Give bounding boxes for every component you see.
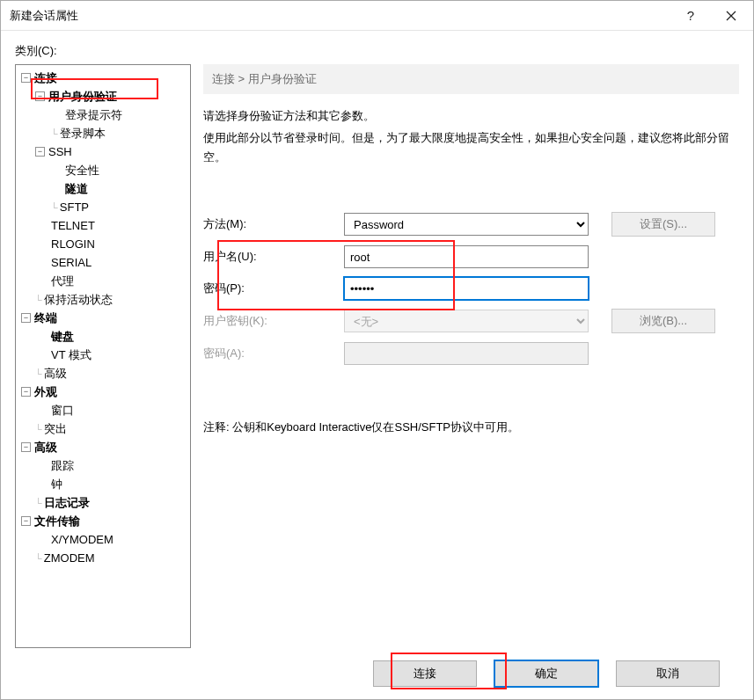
category-label: 类別(C): [15,43,739,59]
tree-keyboard[interactable]: 键盘 [51,329,74,345]
username-label: 用户名(U): [203,249,344,265]
minus-icon[interactable]: − [35,147,45,157]
tree-highlight[interactable]: 突出 [44,421,67,437]
tree-xymodem[interactable]: X/YMODEM [51,533,113,546]
tree-serial[interactable]: SERIAL [51,256,92,269]
method-label: 方法(M): [203,216,344,232]
tree-tunnel[interactable]: 隧道 [65,181,88,197]
tree-proxy[interactable]: 代理 [51,273,74,289]
tree-logging[interactable]: 日志记录 [44,495,90,511]
intro-line1: 请选择身份验证方法和其它参数。 [203,106,739,125]
userkey-select: <无> [344,310,589,332]
tree-terminal[interactable]: 终端 [34,310,57,326]
passphrase-input [344,342,589,365]
minus-icon[interactable]: − [35,91,45,101]
tree-security[interactable]: 安全性 [65,163,99,179]
tree-ssh[interactable]: SSH [48,145,72,158]
tree-term-adv[interactable]: 高级 [44,366,67,382]
minus-icon[interactable]: − [21,516,31,526]
minus-icon[interactable]: − [21,73,31,83]
tree-login-script[interactable]: 登录脚本 [60,126,106,142]
password-input[interactable] [344,277,589,300]
close-button[interactable] [711,3,751,29]
close-icon [726,11,736,21]
tree-rlogin[interactable]: RLOGIN [51,237,95,251]
method-select[interactable]: Password [344,213,589,236]
intro-line2: 使用此部分以节省登录时间。但是，为了最大限度地提高安全性，如果担心安全问题，建议… [203,128,739,166]
note-text: 注释: 公钥和Keyboard Interactive仅在SSH/SFTP协议中… [203,419,739,435]
tree-telnet[interactable]: TELNET [51,219,95,232]
breadcrumb: 连接 > 用户身份验证 [203,64,739,94]
connect-button[interactable]: 连接 [373,660,477,687]
tree-appearance[interactable]: 外观 [34,384,57,400]
username-input[interactable] [344,245,589,268]
tree-sftp[interactable]: SFTP [60,201,89,214]
tree-bell[interactable]: 钟 [51,477,62,492]
minus-icon[interactable]: − [21,442,31,452]
tree-file-transfer[interactable]: 文件传输 [34,514,80,529]
settings-button[interactable]: 设置(S)... [611,212,715,237]
tree-connection[interactable]: 连接 [34,70,57,86]
tree-auth[interactable]: 用户身份验证 [48,89,117,105]
tree-keepalive[interactable]: 保持活动状态 [44,292,113,308]
category-tree[interactable]: −连接 −用户身份验证 登录提示符 └登录脚本 −SSH 安全性 [15,64,191,648]
tree-vt[interactable]: VT 模式 [51,347,92,363]
password-label: 密码(P): [203,281,344,296]
ok-button[interactable]: 确定 [494,660,598,687]
minus-icon[interactable]: − [21,387,31,397]
help-button[interactable]: ? [670,3,711,29]
browse-button[interactable]: 浏览(B)... [611,309,715,333]
cancel-button[interactable]: 取消 [616,660,720,687]
tree-login-prompt[interactable]: 登录提示符 [65,107,122,123]
minus-icon[interactable]: − [21,313,31,323]
passphrase-label: 密码(A): [203,346,344,361]
window-title: 新建会话属性 [10,8,670,24]
tree-advanced[interactable]: 高级 [34,440,57,456]
tree-zmodem[interactable]: ZMODEM [44,551,95,565]
userkey-label: 用户密钥(K): [203,313,344,329]
tree-trace[interactable]: 跟踪 [51,458,74,474]
tree-window[interactable]: 窗口 [51,403,74,419]
